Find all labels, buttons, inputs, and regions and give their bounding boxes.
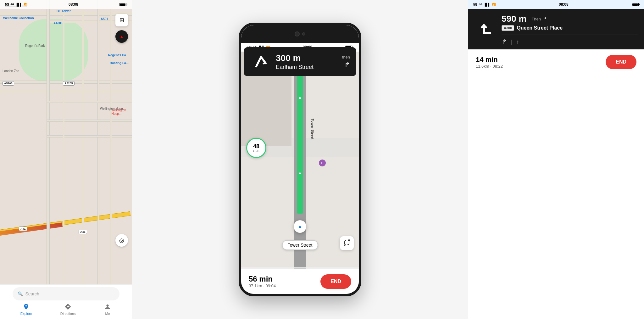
p2-speed-badge: 48 km/h [246, 138, 266, 158]
p2-end-button[interactable]: END [320, 274, 351, 289]
label-boating-lake: Boating La... [110, 61, 129, 65]
p3-signal: 5G 4G ▐▌▌ 📶 [473, 3, 496, 6]
phone-frame: 5G 4G ▐▌▌ 📶 08:08 300 m [239, 23, 361, 296]
p3-status-bar: 5G 4G ▐▌▌ 📶 08:08 [468, 0, 644, 9]
p2-street: Earlham Street [276, 64, 338, 70]
p3-road-badge: A300 [502, 25, 514, 31]
p3-then-label: Then [531, 17, 541, 21]
search-bar[interactable]: 🔍 Search [13, 287, 119, 300]
p2-then-label: then [342, 55, 350, 59]
me-icon [104, 303, 111, 311]
p1-map-area[interactable]: 100m BT Tower Wellcome Collection A4201 … [0, 0, 132, 284]
p2-nav-then: then ↱ [342, 55, 350, 69]
p3-lane-1-icon: ↱ [502, 38, 507, 46]
p3-end-button[interactable]: END [606, 55, 636, 69]
phone-cameras [295, 31, 305, 36]
bottom-tab-bar: Explore Directions Me [0, 303, 132, 316]
road-vert-1 [47, 0, 50, 284]
p2-time-sub: 37.1km · 09:04 [249, 283, 276, 288]
label-a501: A501 [101, 17, 108, 21]
road-vert-4 [63, 0, 64, 284]
p2-map-view[interactable]: Tower Street ▲ ▲ P 48 km/h ▲ Tower Stree… [241, 52, 359, 267]
directions-icon [64, 303, 72, 311]
p2-up-arrow-1: ▲ [298, 95, 302, 100]
tab-directions-label: Directions [60, 312, 76, 316]
badge-a5205-2: A5205 [63, 81, 75, 86]
road-grid-1 [47, 101, 132, 103]
p2-turn-arrow [250, 52, 272, 71]
svg-point-0 [344, 244, 345, 245]
p3-turn-arrow [475, 20, 497, 39]
panel-phone-wrapper: 5G 4G ▐▌▌ 📶 08:08 300 m [132, 0, 468, 319]
location-icon: ◎ [119, 237, 124, 244]
regents-park-area [19, 19, 88, 82]
p2-route-btn[interactable] [340, 236, 354, 250]
badge-a41-1: A41 [19, 227, 27, 231]
p2-time-main: 56 min [249, 275, 276, 283]
p1-signal: 5G 4G ▐▌▌ 📶 [5, 3, 27, 6]
layer-button[interactable]: ⊞ [115, 14, 128, 26]
road-a5205-2 [0, 90, 132, 93]
p3-distance: 590 m [502, 14, 526, 24]
road-vert-3 [97, 0, 99, 284]
p3-time-main: 14 min [476, 56, 503, 64]
p2-nav-dot: ▲ [294, 220, 306, 233]
compass-icon: ▲ [120, 34, 124, 39]
p3-nav-banner: 590 m Then ↱ A300 Queen Street Place ↱ |… [468, 9, 644, 49]
p2-nav-bottom: 56 min 37.1km · 09:04 END [241, 269, 359, 294]
p1-battery [119, 3, 127, 6]
panel-map-browse: 5G 4G ▐▌▌ 📶 08:08 [0, 0, 132, 319]
p2-speed-value: 48 [253, 143, 259, 150]
panel-nav-app: 5G 4G ▐▌▌ 📶 08:08 590 m Then [468, 0, 644, 319]
p1-time: 08:08 [69, 2, 78, 7]
label-london-zoo: London Zoo [3, 69, 19, 73]
svg-point-1 [348, 240, 350, 241]
p2-up-arrow-2: ▲ [298, 170, 302, 175]
p3-street-row: A300 Queen Street Place [502, 25, 638, 31]
p2-time-info: 56 min 37.1km · 09:04 [249, 275, 276, 288]
phone-top-bar [241, 25, 359, 43]
label-regents-park: Regent's Park [25, 44, 45, 48]
road-vert-5 [110, 0, 112, 284]
layer-icon: ⊞ [119, 17, 124, 24]
tab-me[interactable]: Me [104, 303, 111, 316]
p3-time-info: 14 min 11.6km · 08:22 [476, 56, 503, 69]
p2-then-arrow: ↱ [344, 61, 350, 69]
search-icon: 🔍 [18, 291, 23, 296]
camera-big [295, 31, 300, 36]
p2-poi-icon: P [319, 160, 326, 166]
p1-bottom-nav: 🔍 Search Explore Directions Me [0, 284, 132, 319]
tab-explore[interactable]: Explore [20, 303, 32, 316]
camera-small [302, 32, 305, 36]
label-hosp: WellingtonHosp... [111, 109, 126, 115]
p2-street-pill: Tower Street [282, 240, 318, 250]
label-regents-park-2: Regent's Pa... [108, 53, 129, 57]
tab-me-label: Me [105, 312, 110, 316]
compass-button[interactable]: ▲ [115, 30, 128, 43]
label-a4201: A4201 [53, 21, 63, 25]
p3-battery [632, 3, 639, 6]
tab-explore-label: Explore [20, 312, 32, 316]
label-wellcome: Wellcome Collection [3, 16, 34, 20]
tab-directions[interactable]: Directions [60, 303, 76, 316]
p1-status-bar: 5G 4G ▐▌▌ 📶 08:08 [0, 0, 132, 9]
p3-lane-2-icon: ↑ [516, 38, 519, 46]
label-bt-tower: BT Tower [57, 9, 71, 13]
explore-icon [22, 303, 30, 311]
p3-time: 08:08 [559, 2, 569, 7]
p3-nav-bottom: 14 min 11.6km · 08:22 END [468, 49, 644, 75]
p2-nav-arrow-icon: ▲ [297, 224, 303, 229]
p3-then-arrow: ↱ [543, 16, 547, 22]
p2-route-icon [343, 239, 351, 248]
road-grid-2 [47, 120, 132, 122]
road-grid-3 [47, 135, 132, 137]
p2-nav-info: 300 m Earlham Street [276, 53, 338, 70]
badge-a41-2: A41 [79, 230, 87, 234]
search-placeholder: Search [25, 291, 39, 296]
p2-distance: 300 m [276, 53, 301, 63]
location-button[interactable]: ◎ [115, 234, 128, 247]
p2-nav-banner: 300 m Earlham Street then ↱ [244, 47, 356, 76]
p2-speed-unit: km/h [253, 150, 259, 153]
p3-nav-info: 590 m Then ↱ A300 Queen Street Place ↱ |… [502, 14, 638, 46]
p3-lane-indicators: ↱ | ↑ [502, 35, 638, 46]
